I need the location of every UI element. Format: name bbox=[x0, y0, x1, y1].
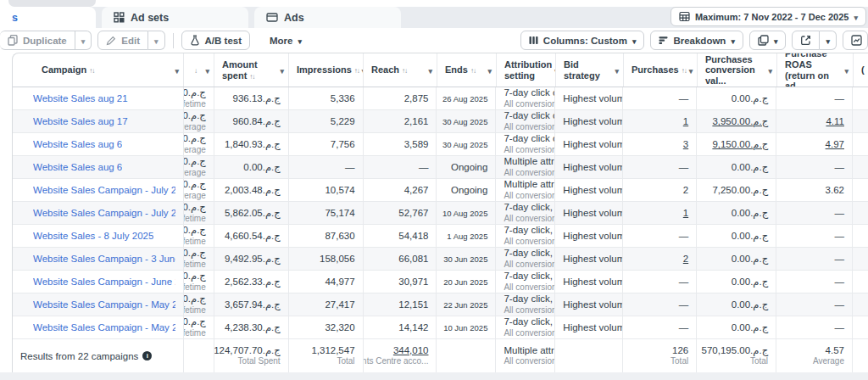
amount-spent-cell: 4,238.30.ج.م bbox=[214, 316, 289, 338]
toolbar-left: Duplicate Edit A/B test More bbox=[0, 31, 309, 50]
chevron-down-icon bbox=[298, 36, 303, 46]
export-button[interactable] bbox=[792, 31, 820, 50]
breakdown-button[interactable]: Breakdown bbox=[650, 31, 743, 50]
bid-strategy-cell: Highest volume bbox=[555, 202, 623, 224]
purchases-cell-value[interactable]: 1 bbox=[683, 208, 688, 218]
reach-cell: 2,161 bbox=[364, 110, 437, 132]
campaign-link[interactable]: Website Sales Campaign - 3 June 25 bbox=[33, 254, 175, 264]
column-header-bid-strategy[interactable]: Bid strategy bbox=[556, 53, 624, 87]
top-strip bbox=[0, 0, 868, 7]
conversion-value-cell[interactable]: 9,150.00.ج.م bbox=[697, 133, 776, 155]
column-header-attribution-setting[interactable]: Attribution setting bbox=[497, 53, 556, 87]
campaign-link[interactable]: Website Sales aug 17 bbox=[33, 116, 128, 126]
amount-spent-cell: 2,003.48.ج.م bbox=[214, 179, 289, 201]
chevron-down-icon[interactable] bbox=[689, 65, 693, 75]
campaign-link[interactable]: Website Sales Campaign - May 2025 – Male bbox=[33, 299, 175, 310]
footer-cell-1 bbox=[184, 339, 214, 372]
date-range-button[interactable]: Maximum: 7 Nov 2022 - 7 Dec 2025 bbox=[670, 7, 866, 26]
columns-button[interactable]: Columns: Custom bbox=[520, 31, 645, 50]
chevron-down-icon[interactable] bbox=[428, 65, 432, 75]
duplicate-dropdown-button[interactable] bbox=[75, 31, 92, 50]
conversion-value-cell[interactable]: 3,950.00.ج.م bbox=[697, 110, 776, 132]
attribution-cell: Multiple attri...All conversions bbox=[496, 179, 555, 201]
bid-strategy-cell: Highest volume bbox=[555, 271, 623, 293]
campaign-link[interactable]: Website Sales Campaign - July 2025 – Cop… bbox=[33, 185, 175, 195]
amount-spent-cell: 3,657.94.ج.م bbox=[214, 293, 289, 316]
campaign-link[interactable]: Website Sales aug 21 bbox=[33, 93, 128, 103]
purchases-cell[interactable]: 2 bbox=[623, 248, 697, 270]
column-header-reach[interactable]: Reach↑↓ bbox=[364, 53, 437, 87]
column-header-campaign[interactable]: Campaign↑↓ bbox=[13, 53, 184, 87]
roas-cell-value: — bbox=[835, 162, 845, 172]
budget-type: Lifetime bbox=[184, 305, 206, 316]
column-header-ends[interactable]: Ends↑↓ bbox=[437, 53, 497, 87]
more-label: More bbox=[270, 36, 292, 46]
edit-button[interactable]: Edit bbox=[97, 31, 148, 50]
purchases-cell-value[interactable]: 3 bbox=[683, 139, 688, 149]
roas-cell-value[interactable]: 4.11 bbox=[826, 116, 844, 126]
column-header-label: Amount spent↑↓ bbox=[222, 59, 277, 81]
more-button[interactable]: More bbox=[262, 31, 309, 50]
purchases-cell-value[interactable]: 2 bbox=[683, 254, 688, 264]
conversion-value-cell-value: 0.00.ج.م bbox=[732, 299, 768, 310]
chevron-down-icon bbox=[854, 12, 858, 22]
impressions-cell-value: 158,056 bbox=[320, 254, 355, 264]
purchases-cell[interactable]: 1 bbox=[623, 110, 697, 132]
column-header-purchases-conversion-value[interactable]: Purchases conversion val... bbox=[698, 53, 777, 87]
budget-value: 0.00.ج.م bbox=[184, 202, 206, 214]
ab-test-button[interactable]: A/B test bbox=[181, 31, 250, 50]
campaign-link[interactable]: Website Sales Campaign - July 2025 bbox=[33, 208, 175, 218]
chevron-down-icon[interactable] bbox=[768, 65, 772, 75]
roas-cell[interactable]: 4.97 bbox=[776, 133, 853, 155]
sort-arrows-icon: ↑↓ bbox=[682, 67, 687, 75]
chevron-down-icon[interactable] bbox=[844, 65, 849, 75]
conversion-value-cell-value[interactable]: 3,950.00.ج.م bbox=[712, 115, 768, 127]
column-header-purchases[interactable]: Purchases↑↓ bbox=[624, 53, 698, 87]
roas-cell[interactable]: 4.11 bbox=[776, 110, 853, 132]
column-header-next-partial[interactable]: ( bbox=[854, 53, 868, 87]
table-row: Website Sales aug 170.00.ج.مly average96… bbox=[13, 110, 868, 133]
tab-campaigns[interactable]: s bbox=[0, 7, 96, 28]
campaign-link[interactable]: Website Sales aug 6 bbox=[33, 162, 122, 172]
column-header-budget[interactable]: ↓ bbox=[184, 53, 214, 87]
campaign-link[interactable]: Website Sales aug 6 bbox=[33, 139, 122, 149]
bid-strategy-cell: Highest volume bbox=[555, 133, 623, 155]
reach-cell-value: 12,151 bbox=[398, 299, 428, 310]
purchases-cell[interactable]: 1 bbox=[623, 202, 697, 224]
bid-strategy-value: Highest volume bbox=[563, 208, 623, 218]
tab-ads[interactable]: Ads bbox=[254, 7, 401, 28]
export-dropdown-button[interactable] bbox=[820, 31, 837, 50]
column-header-purchase-roas[interactable]: Purchase ROAS (return on ad... bbox=[777, 53, 854, 87]
purchases-cell-value: — bbox=[679, 231, 689, 241]
reach-cell: 14,142 bbox=[364, 316, 437, 338]
attribution-value: 7-day click, 1-... bbox=[504, 248, 555, 260]
chevron-down-icon[interactable] bbox=[205, 65, 209, 75]
partial-cell bbox=[853, 133, 868, 155]
chart-button-partial[interactable] bbox=[843, 31, 868, 50]
info-icon[interactable]: i bbox=[142, 351, 152, 360]
tab-ad-sets[interactable]: Ad sets bbox=[102, 7, 248, 28]
table-row: Website Sales aug 60.00.ج.مly average1,8… bbox=[13, 133, 868, 156]
reports-button[interactable] bbox=[749, 31, 787, 50]
purchases-cell[interactable]: 3 bbox=[623, 133, 697, 155]
footer-value[interactable]: 344,010 bbox=[393, 345, 429, 357]
column-header-impressions[interactable]: Impressions↑↓ bbox=[289, 53, 364, 87]
purchases-cell-value[interactable]: 1 bbox=[683, 116, 688, 126]
campaign-link[interactable]: Website Sales Campaign - May 2025 – 2 bbox=[33, 322, 175, 332]
chevron-down-icon[interactable] bbox=[487, 65, 492, 75]
chevron-down-icon[interactable] bbox=[615, 65, 619, 75]
roas-cell-value[interactable]: 4.97 bbox=[826, 139, 844, 149]
column-header-label: ( bbox=[861, 64, 865, 75]
chevron-down-icon[interactable] bbox=[280, 65, 284, 75]
chevron-down-icon[interactable] bbox=[175, 65, 179, 75]
column-header-amount-spent[interactable]: Amount spent↑↓ bbox=[214, 53, 289, 87]
campaign-link[interactable]: Website Sales - 8 July 2025 bbox=[33, 231, 153, 241]
campaign-link[interactable]: Website Sales Campaign - June 25 bbox=[33, 277, 175, 287]
ends-cell: 20 Jun 2025 bbox=[437, 271, 496, 293]
purchases-cell: — bbox=[623, 316, 697, 338]
column-header-label: Bid strategy bbox=[564, 59, 612, 81]
edit-dropdown-button[interactable] bbox=[148, 31, 165, 50]
conversion-value-cell-value[interactable]: 9,150.00.ج.م bbox=[712, 138, 768, 150]
duplicate-button[interactable]: Duplicate bbox=[0, 31, 75, 50]
budget-type: ly average bbox=[184, 122, 206, 132]
